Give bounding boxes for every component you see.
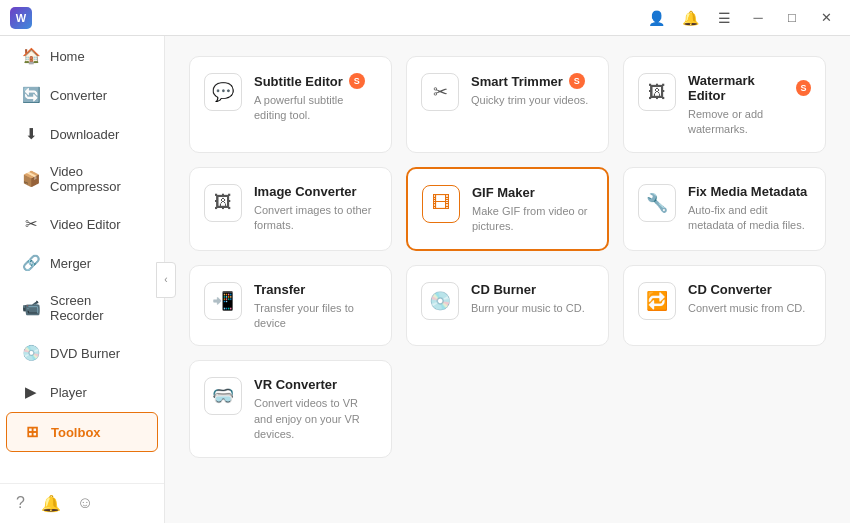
user-icon[interactable]: 👤 bbox=[642, 4, 670, 32]
sidebar-icon-screen-recorder: 📹 bbox=[22, 299, 40, 317]
tool-card-gif-maker[interactable]: 🎞 GIF Maker Make GIF from video or pictu… bbox=[406, 167, 609, 251]
sidebar-label-video-editor: Video Editor bbox=[50, 217, 121, 232]
badge-smart-trimmer: S bbox=[569, 73, 585, 89]
tool-info-cd-burner: CD Burner Burn your music to CD. bbox=[471, 282, 594, 316]
sidebar-item-video-compressor[interactable]: 📦Video Compressor bbox=[6, 154, 158, 204]
sidebar-icon-player: ▶ bbox=[22, 383, 40, 401]
notification-icon[interactable]: 🔔 bbox=[41, 494, 61, 513]
tool-name-subtitle-editor: Subtitle Editor bbox=[254, 74, 343, 89]
tool-header-cd-burner: CD Burner bbox=[471, 282, 594, 297]
tool-header-image-converter: Image Converter bbox=[254, 184, 377, 199]
tool-info-watermark-editor: Watermark Editor S Remove or add waterma… bbox=[688, 73, 811, 138]
tool-desc-vr-converter: Convert videos to VR and enjoy on your V… bbox=[254, 396, 377, 442]
sidebar-item-downloader[interactable]: ⬇Downloader bbox=[6, 115, 158, 153]
tool-card-image-converter[interactable]: 🖼 Image Converter Convert images to othe… bbox=[189, 167, 392, 251]
tool-card-fix-media-metadata[interactable]: 🔧 Fix Media Metadata Auto-fix and edit m… bbox=[623, 167, 826, 251]
close-button[interactable]: ✕ bbox=[812, 4, 840, 32]
sidebar-label-downloader: Downloader bbox=[50, 127, 119, 142]
sidebar-icon-dvd-burner: 💿 bbox=[22, 344, 40, 362]
tool-info-image-converter: Image Converter Convert images to other … bbox=[254, 184, 377, 234]
tool-grid: 💬 Subtitle Editor S A powerful subtitle … bbox=[189, 56, 826, 458]
sidebar-item-converter[interactable]: 🔄Converter bbox=[6, 76, 158, 114]
tool-icon-subtitle-editor: 💬 bbox=[204, 73, 242, 111]
minimize-button[interactable]: ─ bbox=[744, 4, 772, 32]
tool-desc-gif-maker: Make GIF from video or pictures. bbox=[472, 204, 593, 235]
sidebar-icon-video-compressor: 📦 bbox=[22, 170, 40, 188]
sidebar-label-video-compressor: Video Compressor bbox=[50, 164, 142, 194]
tool-desc-smart-trimmer: Quicky trim your videos. bbox=[471, 93, 594, 108]
tool-desc-cd-converter: Convert music from CD. bbox=[688, 301, 811, 316]
titlebar-controls: 👤 🔔 ☰ ─ □ ✕ bbox=[642, 4, 840, 32]
tool-name-watermark-editor: Watermark Editor bbox=[688, 73, 790, 103]
sidebar-icon-video-editor: ✂ bbox=[22, 215, 40, 233]
sidebar-nav: 🏠Home🔄Converter⬇Downloader📦Video Compres… bbox=[0, 36, 164, 453]
tool-card-vr-converter[interactable]: 🥽 VR Converter Convert videos to VR and … bbox=[189, 360, 392, 457]
tool-header-cd-converter: CD Converter bbox=[688, 282, 811, 297]
sidebar-label-home: Home bbox=[50, 49, 85, 64]
tool-card-watermark-editor[interactable]: 🖼 Watermark Editor S Remove or add water… bbox=[623, 56, 826, 153]
tool-icon-gif-maker: 🎞 bbox=[422, 185, 460, 223]
help-icon[interactable]: ? bbox=[16, 494, 25, 513]
main-layout: 🏠Home🔄Converter⬇Downloader📦Video Compres… bbox=[0, 36, 850, 523]
tool-header-gif-maker: GIF Maker bbox=[472, 185, 593, 200]
tool-icon-cd-burner: 💿 bbox=[421, 282, 459, 320]
sidebar-icon-downloader: ⬇ bbox=[22, 125, 40, 143]
tool-name-vr-converter: VR Converter bbox=[254, 377, 337, 392]
tool-name-image-converter: Image Converter bbox=[254, 184, 357, 199]
badge-subtitle-editor: S bbox=[349, 73, 365, 89]
toolbox-content: 💬 Subtitle Editor S A powerful subtitle … bbox=[165, 36, 850, 523]
titlebar: W 👤 🔔 ☰ ─ □ ✕ bbox=[0, 0, 850, 36]
tool-desc-fix-media-metadata: Auto-fix and edit metadata of media file… bbox=[688, 203, 811, 234]
sidebar-item-home[interactable]: 🏠Home bbox=[6, 37, 158, 75]
sidebar-icon-converter: 🔄 bbox=[22, 86, 40, 104]
tool-card-subtitle-editor[interactable]: 💬 Subtitle Editor S A powerful subtitle … bbox=[189, 56, 392, 153]
tool-info-transfer: Transfer Transfer your files to device bbox=[254, 282, 377, 332]
tool-info-cd-converter: CD Converter Convert music from CD. bbox=[688, 282, 811, 316]
sidebar-icon-toolbox: ⊞ bbox=[23, 423, 41, 441]
tool-icon-image-converter: 🖼 bbox=[204, 184, 242, 222]
tool-info-gif-maker: GIF Maker Make GIF from video or picture… bbox=[472, 185, 593, 235]
collapse-button[interactable]: ‹ bbox=[156, 262, 176, 298]
sidebar-item-merger[interactable]: 🔗Merger bbox=[6, 244, 158, 282]
badge-watermark-editor: S bbox=[796, 80, 811, 96]
tool-name-smart-trimmer: Smart Trimmer bbox=[471, 74, 563, 89]
bell-icon[interactable]: 🔔 bbox=[676, 4, 704, 32]
tool-name-fix-media-metadata: Fix Media Metadata bbox=[688, 184, 807, 199]
tool-desc-watermark-editor: Remove or add watermarks. bbox=[688, 107, 811, 138]
sidebar-label-converter: Converter bbox=[50, 88, 107, 103]
sidebar-item-screen-recorder[interactable]: 📹Screen Recorder bbox=[6, 283, 158, 333]
sidebar-icon-home: 🏠 bbox=[22, 47, 40, 65]
tool-desc-cd-burner: Burn your music to CD. bbox=[471, 301, 594, 316]
tool-info-vr-converter: VR Converter Convert videos to VR and en… bbox=[254, 377, 377, 442]
tool-name-cd-converter: CD Converter bbox=[688, 282, 772, 297]
tool-name-gif-maker: GIF Maker bbox=[472, 185, 535, 200]
sidebar-label-toolbox: Toolbox bbox=[51, 425, 101, 440]
tool-icon-smart-trimmer: ✂ bbox=[421, 73, 459, 111]
feedback-icon[interactable]: ☺ bbox=[77, 494, 93, 513]
tool-card-cd-burner[interactable]: 💿 CD Burner Burn your music to CD. bbox=[406, 265, 609, 347]
sidebar-bottom: ? 🔔 ☺ bbox=[0, 483, 164, 523]
tool-card-transfer[interactable]: 📲 Transfer Transfer your files to device bbox=[189, 265, 392, 347]
sidebar-item-video-editor[interactable]: ✂Video Editor bbox=[6, 205, 158, 243]
sidebar-label-merger: Merger bbox=[50, 256, 91, 271]
tool-info-subtitle-editor: Subtitle Editor S A powerful subtitle ed… bbox=[254, 73, 377, 124]
tool-icon-cd-converter: 🔁 bbox=[638, 282, 676, 320]
sidebar-icon-merger: 🔗 bbox=[22, 254, 40, 272]
app-logo: W bbox=[10, 7, 32, 29]
maximize-button[interactable]: □ bbox=[778, 4, 806, 32]
sidebar-item-dvd-burner[interactable]: 💿DVD Burner bbox=[6, 334, 158, 372]
tool-header-vr-converter: VR Converter bbox=[254, 377, 377, 392]
sidebar-label-dvd-burner: DVD Burner bbox=[50, 346, 120, 361]
tool-info-fix-media-metadata: Fix Media Metadata Auto-fix and edit met… bbox=[688, 184, 811, 234]
tool-desc-image-converter: Convert images to other formats. bbox=[254, 203, 377, 234]
sidebar: 🏠Home🔄Converter⬇Downloader📦Video Compres… bbox=[0, 36, 165, 523]
tool-card-cd-converter[interactable]: 🔁 CD Converter Convert music from CD. bbox=[623, 265, 826, 347]
sidebar-item-player[interactable]: ▶Player bbox=[6, 373, 158, 411]
tool-card-smart-trimmer[interactable]: ✂ Smart Trimmer S Quicky trim your video… bbox=[406, 56, 609, 153]
titlebar-left: W bbox=[10, 7, 40, 29]
tool-header-smart-trimmer: Smart Trimmer S bbox=[471, 73, 594, 89]
sidebar-item-toolbox[interactable]: ⊞Toolbox bbox=[6, 412, 158, 452]
tool-header-subtitle-editor: Subtitle Editor S bbox=[254, 73, 377, 89]
menu-icon[interactable]: ☰ bbox=[710, 4, 738, 32]
tool-name-transfer: Transfer bbox=[254, 282, 305, 297]
